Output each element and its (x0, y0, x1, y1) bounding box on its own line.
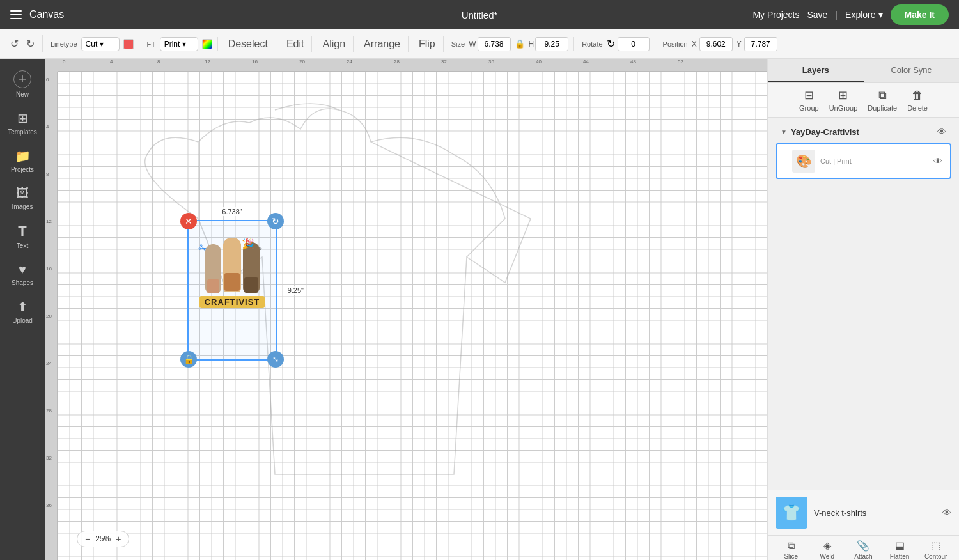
tab-color-sync[interactable]: Color Sync (864, 59, 960, 82)
left-sidebar: + New ⊞ Templates 📁 Projects 🖼 Images T … (0, 59, 45, 560)
duplicate-button[interactable]: ⧉ Duplicate (868, 89, 897, 112)
sidebar-item-shapes[interactable]: ♥ Shapes (0, 256, 45, 293)
slice-button[interactable]: ⧉ Slice (778, 540, 804, 560)
mat-visibility-icon[interactable]: 👁 (942, 508, 951, 518)
arrange-button[interactable]: Arrange (361, 36, 403, 52)
rotate-group: Rotate ↻ (582, 37, 655, 51)
canvas-viewport[interactable]: ✂ ✏ (58, 72, 767, 560)
layer-group-header[interactable]: ▼ YayDay-Craftivist 👁 (776, 123, 951, 141)
layer-item-info: Cut | Print (820, 157, 928, 165)
ungroup-button[interactable]: ⊞ UnGroup (829, 88, 858, 112)
sidebar-item-text[interactable]: T Text (0, 217, 45, 256)
projects-icon: 📁 (15, 148, 31, 164)
edit-button[interactable]: Edit (284, 36, 307, 52)
tshirt-icon: 👕 (782, 504, 801, 522)
sidebar-item-new[interactable]: + New (0, 64, 45, 104)
ruler-tick: 48 (630, 59, 636, 65)
visibility-icon[interactable]: 👁 (937, 127, 946, 137)
sidebar-label-shapes: Shapes (12, 279, 33, 286)
my-projects-button[interactable]: My Projects (752, 10, 799, 20)
ruler-corner (45, 59, 58, 72)
canvas-area[interactable]: 0 4 8 12 16 20 24 28 32 36 40 44 48 52 0… (45, 59, 767, 560)
explore-button[interactable]: Explore ▾ (845, 10, 882, 20)
doc-title: Untitled* (462, 10, 498, 20)
redo-button[interactable]: ↻ (24, 35, 37, 52)
weld-button[interactable]: ◈ Weld (815, 540, 840, 560)
ruler-horizontal: 0 4 8 12 16 20 24 28 32 36 40 44 48 52 (58, 59, 767, 72)
lock-icon: 🔒 (515, 39, 525, 49)
ruler-tick: 24 (347, 59, 352, 65)
chevron-down-icon: ▾ (100, 40, 104, 49)
flip-button[interactable]: Flip (416, 36, 438, 52)
ruler-tick: 32 (441, 59, 447, 65)
chevron-down-icon: ▾ (878, 10, 883, 20)
rotate-handle[interactable]: ↻ (267, 213, 284, 229)
tab-layers[interactable]: Layers (768, 59, 864, 82)
position-x-input[interactable] (699, 37, 733, 51)
zoom-out-button[interactable]: − (85, 534, 90, 544)
position-y-input[interactable] (744, 37, 777, 51)
linetype-select[interactable]: Cut ▾ (81, 37, 120, 51)
layer-panel: ⊟ Group ⊞ UnGroup ⧉ Duplicate 🗑 Delete (768, 83, 959, 490)
sidebar-label-text: Text (17, 242, 28, 249)
size-width-group: W (469, 37, 510, 51)
sidebar-item-templates[interactable]: ⊞ Templates (0, 104, 45, 142)
save-button[interactable]: Save (807, 10, 828, 20)
plus-icon: + (13, 70, 31, 88)
layer-thumb-img: 🎨 (796, 153, 812, 169)
size-width-input[interactable] (478, 37, 511, 51)
linetype-label: Linetype (51, 40, 77, 48)
ruler-tick: 32 (46, 455, 52, 461)
bottom-toolbar: ⧉ Slice ◈ Weld 📎 Attach ⬓ Flatten ⬚ C (768, 536, 959, 560)
ruler-tick: 28 (394, 59, 400, 65)
rotate-input[interactable] (618, 37, 650, 51)
top-nav: Canvas Untitled* My Projects Save | Expl… (0, 0, 959, 29)
layer-item[interactable]: 🎨 Cut | Print 👁 (776, 143, 951, 179)
fill-group: Fill Print ▾ (147, 37, 218, 51)
sidebar-item-upload[interactable]: ⬆ Upload (0, 293, 45, 331)
layer-toolbar: ⊟ Group ⊞ UnGroup ⧉ Duplicate 🗑 Delete (768, 83, 959, 118)
duplicate-icon: ⧉ (878, 89, 887, 102)
sidebar-item-projects[interactable]: 📁 Projects (0, 142, 45, 180)
resize-handle[interactable]: ⤡ (267, 351, 284, 368)
size-group: Size W 🔒 H (451, 37, 574, 51)
layer-group: ▼ YayDay-Craftivist 👁 🎨 Cut | Print 👁 (768, 118, 959, 184)
deselect-button[interactable]: Deselect (226, 36, 270, 52)
fill-label: Fill (147, 40, 156, 48)
dimension-height-label: 9.25" (285, 286, 306, 295)
group-button[interactable]: ⊟ Group (799, 88, 819, 112)
position-x-group: X (692, 37, 733, 51)
lock-handle[interactable]: 🔒 (180, 351, 197, 368)
rotate-input-group: ↻ (607, 37, 650, 51)
ruler-vertical: 0 4 8 12 16 20 24 28 32 36 (45, 72, 58, 560)
attach-button[interactable]: 📎 Attach (850, 540, 876, 560)
ruler-tick: 20 (299, 59, 305, 65)
size-height-input[interactable] (535, 37, 568, 51)
sidebar-item-images[interactable]: 🖼 Images (0, 180, 45, 217)
linetype-group: Linetype Cut ▾ (51, 37, 139, 51)
make-it-button[interactable]: Make It (891, 4, 949, 25)
delete-handle[interactable]: ✕ (180, 213, 197, 229)
ruler-tick: 16 (252, 59, 258, 65)
zoom-label: 25% (95, 534, 111, 543)
shapes-icon: ♥ (19, 262, 26, 277)
flatten-button[interactable]: ⬓ Flatten (887, 540, 912, 560)
nav-right: My Projects Save | Explore ▾ Make It (752, 4, 949, 25)
x-icon: ✕ (185, 216, 192, 226)
bottom-panel: 👕 V-neck t-shirts 👁 ⧉ Slice ◈ Weld 📎 Att… (768, 490, 959, 560)
templates-icon: ⊞ (17, 111, 28, 126)
slice-icon: ⧉ (788, 540, 795, 552)
flip-group: Flip (416, 36, 444, 52)
ruler-tick: 52 (678, 59, 683, 65)
hamburger-menu[interactable] (10, 10, 22, 19)
mat-preview: 👕 V-neck t-shirts 👁 (768, 490, 959, 536)
contour-button[interactable]: ⬚ Contour (923, 540, 949, 560)
layer-visibility-icon[interactable]: 👁 (933, 156, 942, 166)
zoom-in-button[interactable]: + (116, 534, 121, 544)
zoom-controls: − 25% + (77, 531, 129, 547)
align-button[interactable]: Align (320, 36, 348, 52)
ruler-tick: 36 (46, 502, 52, 508)
delete-button[interactable]: 🗑 Delete (907, 89, 928, 112)
fill-select[interactable]: Print ▾ (160, 37, 198, 51)
undo-button[interactable]: ↺ (8, 35, 21, 52)
